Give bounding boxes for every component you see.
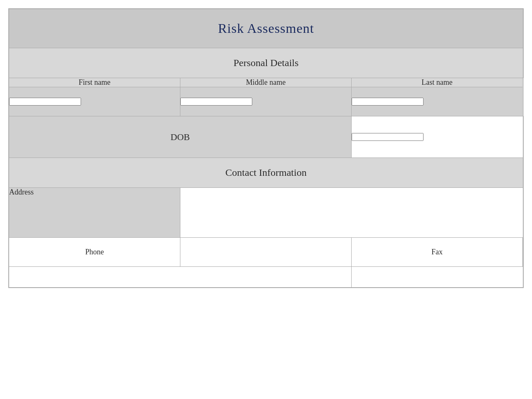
dob-label: DOB	[9, 116, 352, 158]
dob-row: DOB	[9, 116, 523, 158]
phone-input[interactable]	[180, 249, 351, 256]
form-table: Risk Assessment Personal Details First n…	[9, 9, 523, 288]
phone-label: Phone	[9, 238, 180, 267]
last-name-input[interactable]	[352, 98, 424, 106]
contact-info-header-row: Contact Information	[9, 158, 523, 188]
page-title: Risk Assessment	[218, 21, 314, 36]
middle-name-input[interactable]	[180, 98, 252, 106]
fax-label: Fax	[352, 238, 523, 267]
form-container: Risk Assessment Personal Details First n…	[8, 8, 524, 288]
address-label: Address	[9, 188, 180, 238]
middle-name-label: Middle name	[180, 78, 352, 87]
dob-input[interactable]	[352, 133, 424, 141]
phone-input-cell	[180, 238, 352, 267]
first-name-label: First name	[9, 78, 180, 87]
address-row: Address	[9, 188, 523, 238]
first-name-input[interactable]	[9, 98, 81, 106]
personal-details-label: Personal Details	[234, 57, 299, 68]
fax-input-cell	[523, 238, 523, 267]
title-row: Risk Assessment	[9, 9, 523, 48]
dob-input-cell	[352, 116, 523, 158]
middle-name-input-cell	[180, 87, 352, 116]
phone-fax-row: Phone Fax	[9, 238, 523, 267]
last-name-input-cell	[352, 87, 523, 116]
address-input[interactable]	[180, 188, 523, 225]
last-name-label: Last name	[352, 78, 523, 87]
first-name-input-cell	[9, 87, 180, 116]
name-inputs-row	[9, 87, 523, 116]
personal-details-header-row: Personal Details	[9, 48, 523, 78]
empty-bottom-row	[9, 267, 523, 288]
contact-info-label: Contact Information	[225, 167, 306, 178]
name-labels-row: First name Middle name Last name	[9, 78, 523, 87]
address-input-cell	[180, 188, 523, 238]
